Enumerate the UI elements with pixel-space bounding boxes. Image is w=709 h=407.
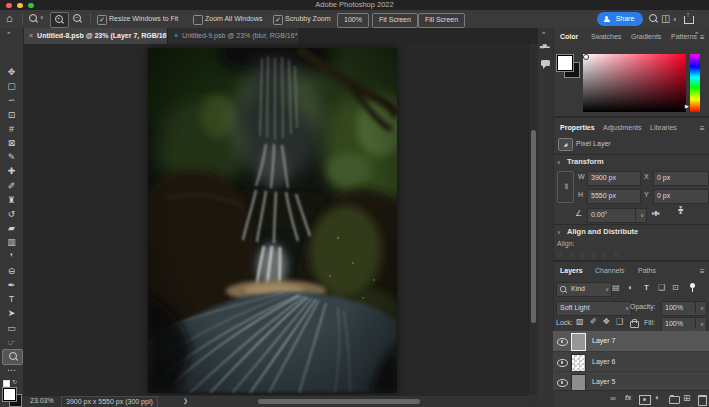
horizontal-scrollbar-thumb[interactable] xyxy=(258,399,420,404)
zoom-all-windows-label[interactable]: Zoom All Windows xyxy=(205,10,263,28)
resize-windows-checkbox[interactable]: ✓ xyxy=(97,15,107,25)
search-icon[interactable] xyxy=(649,14,658,23)
home-icon[interactable]: ⌂ xyxy=(6,12,13,24)
lock-all-icon[interactable] xyxy=(630,321,639,328)
layer-thumbnail[interactable] xyxy=(571,333,586,351)
comments-panel-icon[interactable] xyxy=(541,60,550,66)
filter-smart-objects-icon[interactable]: ⊡ xyxy=(672,283,679,292)
crop-tool-button[interactable]: # xyxy=(0,122,23,136)
flip-horizontal-icon[interactable]: ▸▮◂ xyxy=(652,209,658,216)
close-tab-icon[interactable]: × xyxy=(174,32,178,39)
eraser-tool-button[interactable]: ▰ xyxy=(0,221,23,235)
filter-type-layers-icon[interactable]: T xyxy=(644,283,649,292)
tab-layers[interactable]: Layers xyxy=(560,262,583,280)
type-tool-button[interactable]: T xyxy=(0,292,23,306)
pen-tool-button[interactable]: ✒ xyxy=(0,278,23,292)
layer-style-fx-icon[interactable]: fx xyxy=(625,394,631,401)
new-layer-icon[interactable]: ⊞ xyxy=(683,393,691,403)
hue-slider-arrow[interactable]: ▶ xyxy=(685,103,689,109)
filter-pixel-layers-icon[interactable]: ▤ xyxy=(612,283,620,292)
foreground-color-swatch[interactable] xyxy=(3,388,16,401)
lock-pixels-icon[interactable]: ✐ xyxy=(590,317,597,326)
tab-untitled-9[interactable]: ×Untitled-9.psb @ 23% (blur, RGB/16*) xyxy=(167,28,298,44)
layer-row-5[interactable]: Layer 5 xyxy=(553,371,709,391)
fill-screen-button[interactable]: Fill Screen xyxy=(418,13,465,28)
tab-swatches[interactable]: Swatches xyxy=(591,28,621,46)
default-colors-icon[interactable] xyxy=(3,380,10,387)
tab-untitled-8[interactable]: ×Untitled-8.psb @ 23% (Layer 7, RGB/16*) xyxy=(23,28,167,44)
filter-adjustment-layers-icon[interactable]: ◐ xyxy=(628,283,633,292)
brush-tool-button[interactable]: ✐ xyxy=(0,179,23,193)
color-panel-menu-icon[interactable]: ≡ xyxy=(700,33,705,42)
vertical-scrollbar-thumb[interactable] xyxy=(531,130,536,323)
scrubby-zoom-checkbox[interactable]: ✓ xyxy=(273,15,283,25)
clone-stamp-tool-button[interactable]: ♜ xyxy=(0,193,23,207)
expand-tools-icon[interactable]: » xyxy=(7,29,10,35)
chevron-down-icon[interactable]: ∨ xyxy=(673,16,677,22)
delete-layer-trash-icon[interactable] xyxy=(698,395,707,406)
layer-row-6[interactable]: Layer 6 xyxy=(553,351,709,372)
transform-header[interactable]: Transform xyxy=(567,157,604,166)
rotation-field[interactable]: 0.00°∨ xyxy=(587,208,647,223)
edit-toolbar-tool-button[interactable]: ⋯ xyxy=(0,363,23,377)
lock-artboard-icon[interactable]: ❑ xyxy=(616,317,623,326)
layer-thumbnail[interactable] xyxy=(571,354,586,372)
hand-tool-button[interactable]: ☞ xyxy=(0,335,23,349)
healing-brush-tool-button[interactable]: ✚ xyxy=(0,164,23,178)
export-share-icon[interactable] xyxy=(684,16,694,24)
tab-libraries[interactable]: Libraries xyxy=(650,119,677,137)
height-field[interactable]: 5550 px xyxy=(587,189,641,204)
document-image[interactable] xyxy=(148,48,397,393)
align-distribute-header[interactable]: Align and Distribute xyxy=(567,227,638,236)
document-info[interactable]: 3900 px x 5550 px (300 ppi) xyxy=(61,396,158,407)
layer-row-7[interactable]: Layer 7 xyxy=(553,331,709,351)
new-group-folder-icon[interactable] xyxy=(669,396,680,404)
blend-mode-dropdown[interactable]: Soft Light∨ xyxy=(556,301,632,316)
layers-panel-menu-icon[interactable]: ≡ xyxy=(700,267,705,276)
histogram-panel-icon[interactable]: ▃▅▂ xyxy=(540,42,549,48)
zoom-all-windows-checkbox[interactable] xyxy=(193,15,203,25)
swap-colors-icon[interactable]: ↻ xyxy=(12,378,17,385)
history-brush-tool-button[interactable]: ↺ xyxy=(0,207,23,221)
constrain-proportions-icon[interactable]: ∞ xyxy=(557,171,574,203)
zoom-out-button[interactable]: − xyxy=(69,12,86,26)
filter-shape-layers-icon[interactable]: ❏ xyxy=(658,283,665,292)
scrubby-zoom-label[interactable]: Scrubby Zoom xyxy=(285,10,331,28)
zoom-in-button[interactable]: + xyxy=(50,12,69,28)
color-field[interactable] xyxy=(583,54,686,112)
expand-panels-icon[interactable]: « xyxy=(542,29,545,35)
dodge-tool-button[interactable]: ⊖ xyxy=(0,264,23,278)
adjustment-layer-icon[interactable]: ◐ xyxy=(655,393,660,402)
frame-tool-button[interactable]: ⊠ xyxy=(0,136,23,150)
tab-properties[interactable]: Properties xyxy=(560,119,595,137)
fill-field[interactable]: 100%∨ xyxy=(661,317,707,332)
y-field[interactable]: 0 px xyxy=(653,189,709,204)
close-tab-icon[interactable]: × xyxy=(29,32,33,39)
flip-vertical-icon[interactable]: ▸▮◂ xyxy=(678,206,685,212)
blur-tool-button[interactable]: ❜ xyxy=(0,250,23,264)
zoom-100-button[interactable]: 100% xyxy=(337,13,369,28)
align-collapse-icon[interactable]: ∨ xyxy=(557,229,561,235)
eyedropper-tool-button[interactable]: ✎ xyxy=(0,150,23,164)
resize-windows-label[interactable]: Resize Windows to Fit xyxy=(109,10,178,28)
status-chevron-icon[interactable]: ❯ xyxy=(183,397,188,404)
tab-gradients[interactable]: Gradients xyxy=(631,28,661,46)
link-layers-icon[interactable]: ∞ xyxy=(610,394,616,403)
width-field[interactable]: 3900 px xyxy=(587,171,641,186)
marquee-tool-button[interactable]: ▢ xyxy=(0,79,23,93)
opacity-field[interactable]: 100%∨ xyxy=(661,301,707,316)
layer-name[interactable]: Layer 5 xyxy=(592,378,615,385)
lock-transparency-icon[interactable]: ▨ xyxy=(576,317,584,326)
gradient-tool-button[interactable]: ▥ xyxy=(0,235,23,249)
zoom-level-field[interactable]: 23.03% xyxy=(30,397,54,404)
add-layer-mask-icon[interactable] xyxy=(639,395,651,405)
fit-screen-button[interactable]: Fit Screen xyxy=(372,13,418,28)
transform-collapse-icon[interactable]: ∨ xyxy=(557,159,561,165)
tab-paths[interactable]: Paths xyxy=(638,262,656,280)
layer-name[interactable]: Layer 7 xyxy=(592,337,615,344)
workspace-switcher-icon[interactable]: ◫ xyxy=(661,13,670,24)
tab-color[interactable]: Color xyxy=(560,28,578,46)
lock-position-icon[interactable]: ✥ xyxy=(603,317,610,326)
color-fg-swatch[interactable] xyxy=(557,55,573,71)
tab-channels[interactable]: Channels xyxy=(595,262,625,280)
